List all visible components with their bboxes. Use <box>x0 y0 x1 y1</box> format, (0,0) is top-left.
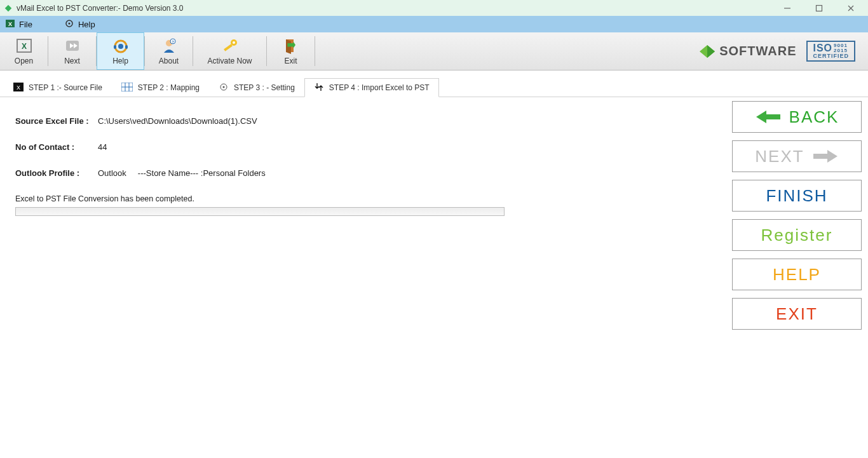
key-icon <box>221 37 239 56</box>
tab-step3-label: STEP 3 : - Setting <box>234 83 295 92</box>
menu-file-label: File <box>19 20 32 29</box>
menu-file[interactable]: X File <box>5 18 32 30</box>
import-arrows-icon <box>314 82 324 94</box>
svg-marker-36 <box>813 150 837 163</box>
contact-value: 44 <box>98 142 107 152</box>
gear-icon <box>64 18 74 30</box>
excel-file-icon: X <box>5 18 15 30</box>
help-label: HELP <box>773 265 821 285</box>
toolbar-activate-label: Activate Now <box>207 57 252 65</box>
iso-badge: ISO 9001 2015 CERTIFIED <box>806 41 855 62</box>
svg-point-20 <box>233 41 235 44</box>
profile-value: Outlook ---Store Name--- :Personal Folde… <box>98 168 266 178</box>
software-logo: SOFTWARE <box>698 43 796 60</box>
svg-point-34 <box>223 86 225 88</box>
toolbar-exit-label: Exit <box>284 57 297 65</box>
iso-text: ISO <box>813 43 832 53</box>
toolbar-activate[interactable]: Activate Now <box>193 32 266 70</box>
menu-help[interactable]: Help <box>64 18 95 30</box>
settings-gear-icon <box>219 82 229 94</box>
toolbar: X Open Next Help ? About Activate Now Ex… <box>0 32 868 71</box>
tab-step4-label: STEP 4 : Import Excel to PST <box>329 83 430 92</box>
minimize-button[interactable] <box>780 1 794 15</box>
svg-marker-26 <box>707 45 715 58</box>
register-button[interactable]: Register <box>732 219 862 251</box>
title-bar: vMail Excel to PST Converter:- Demo Vers… <box>0 0 868 16</box>
svg-text:X: X <box>17 84 20 91</box>
toolbar-exit[interactable]: Exit <box>267 32 315 70</box>
about-person-icon: ? <box>160 37 178 56</box>
toolbar-next[interactable]: Next <box>48 32 96 70</box>
diamond-logo-icon <box>698 43 717 60</box>
svg-rect-2 <box>817 5 822 11</box>
exit-button[interactable]: EXIT <box>732 298 862 330</box>
headset-icon <box>112 37 130 56</box>
svg-marker-23 <box>286 39 291 54</box>
side-buttons: BACK NEXT FINISH Register HELP EXIT <box>727 97 868 458</box>
back-label: BACK <box>789 107 839 127</box>
brand-area: SOFTWARE ISO 9001 2015 CERTIFIED <box>698 32 868 70</box>
close-button[interactable] <box>844 1 858 15</box>
toolbar-open-label: Open <box>15 57 33 65</box>
tab-step1-label: STEP 1 :- Source File <box>29 83 102 92</box>
profile-label: Outlook Profile : <box>15 168 98 178</box>
svg-marker-0 <box>5 4 12 11</box>
tab-step2[interactable]: STEP 2 : Mapping <box>112 78 209 97</box>
svg-text:X: X <box>8 21 12 27</box>
main-panel: Source Excel File : C:\Users\ved\Downloa… <box>0 97 727 458</box>
maximize-button[interactable] <box>812 1 826 15</box>
open-excel-icon: X <box>15 37 33 56</box>
next-button[interactable]: NEXT <box>732 140 862 172</box>
tab-step1[interactable]: X STEP 1 :- Source File <box>4 78 112 97</box>
excel-file-icon: X <box>13 83 24 93</box>
tab-step3[interactable]: STEP 3 : - Setting <box>209 78 304 97</box>
svg-point-13 <box>118 44 123 49</box>
svg-rect-14 <box>114 45 116 49</box>
menu-bar: X File Help <box>0 16 868 32</box>
window-title: vMail Excel to PST Converter:- Demo Vers… <box>17 4 780 13</box>
toolbar-about-label: About <box>159 57 179 65</box>
profile-row: Outlook Profile : Outlook ---Store Name-… <box>15 168 712 178</box>
svg-rect-15 <box>125 45 128 49</box>
mapping-grid-icon <box>121 83 133 93</box>
toolbar-next-label: Next <box>64 57 80 65</box>
finish-button[interactable]: FINISH <box>732 180 862 212</box>
toolbar-open[interactable]: X Open <box>0 32 48 70</box>
iso-certified: CERTIFIED <box>813 53 849 59</box>
next-arrow-icon <box>811 147 839 165</box>
help-button[interactable]: HELP <box>732 259 862 290</box>
svg-text:?: ? <box>172 40 174 44</box>
tab-step4[interactable]: STEP 4 : Import Excel to PST <box>304 78 439 97</box>
menu-help-label: Help <box>78 20 95 29</box>
svg-text:X: X <box>21 42 26 51</box>
source-value: C:\Users\ved\Downloads\Download(1).CSV <box>98 116 257 126</box>
next-arrow-icon <box>64 37 81 56</box>
back-button[interactable]: BACK <box>732 101 862 133</box>
toolbar-help[interactable]: Help <box>97 32 144 70</box>
finish-label: FINISH <box>766 186 827 206</box>
contact-label: No of Contact : <box>15 142 98 152</box>
tab-step2-label: STEP 2 : Mapping <box>138 83 200 92</box>
svg-marker-35 <box>756 111 780 123</box>
exit-door-icon <box>282 37 300 56</box>
toolbar-help-label: Help <box>112 57 128 65</box>
toolbar-about[interactable]: ? About <box>145 32 193 70</box>
contact-row: No of Contact : 44 <box>15 142 712 152</box>
window-controls <box>780 1 858 15</box>
source-row: Source Excel File : C:\Users\ved\Downloa… <box>15 116 712 126</box>
status-text: Excel to PST File Conversion has been co… <box>15 194 712 203</box>
exit-label: EXIT <box>776 304 818 324</box>
step-tabs: X STEP 1 :- Source File STEP 2 : Mapping… <box>0 78 868 97</box>
register-label: Register <box>761 226 833 245</box>
toolbar-separator <box>315 36 315 66</box>
app-logo-icon <box>4 4 13 13</box>
progress-bar <box>15 207 505 216</box>
svg-rect-21 <box>224 44 233 51</box>
brand-text: SOFTWARE <box>719 44 796 58</box>
source-label: Source Excel File : <box>15 116 98 126</box>
content-area: Source Excel File : C:\Users\ved\Downloa… <box>0 97 868 458</box>
next-label: NEXT <box>755 147 804 166</box>
svg-point-8 <box>68 22 70 24</box>
back-arrow-icon <box>755 108 783 126</box>
